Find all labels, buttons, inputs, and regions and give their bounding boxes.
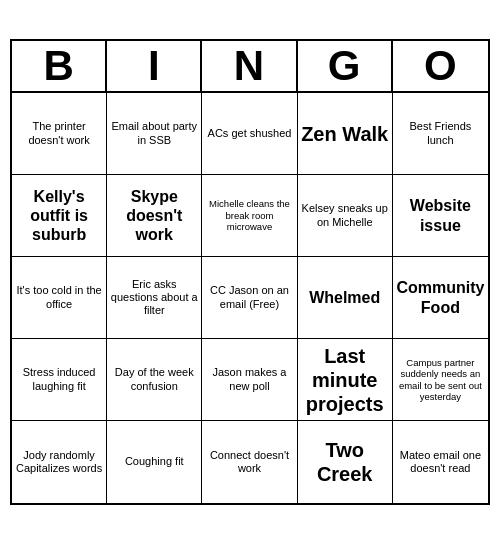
header-letter-G: G [298, 41, 393, 91]
bingo-cell-text-6: Skype doesn't work [110, 187, 198, 245]
bingo-cell-text-23: Two Creek [301, 438, 389, 486]
bingo-cell-text-22: Connect doesn't work [205, 449, 293, 475]
bingo-cell-3: Zen Walk [298, 93, 393, 175]
bingo-cell-7: Michelle cleans the break room microwave [202, 175, 297, 257]
bingo-cell-text-4: Best Friends lunch [396, 120, 485, 146]
bingo-cell-17: Jason makes a new poll [202, 339, 297, 421]
bingo-cell-text-13: Whelmed [309, 288, 380, 307]
bingo-cell-10: It's too cold in the office [12, 257, 107, 339]
bingo-cell-text-0: The printer doesn't work [15, 120, 103, 146]
bingo-cell-text-24: Mateo email one doesn't read [396, 449, 485, 475]
bingo-cell-text-3: Zen Walk [301, 122, 388, 146]
bingo-cell-5: Kelly's outfit is suburb [12, 175, 107, 257]
bingo-cell-text-16: Day of the week confusion [110, 366, 198, 392]
bingo-cell-14: Community Food [393, 257, 488, 339]
bingo-cell-11: Eric asks questions about a filter [107, 257, 202, 339]
bingo-grid: The printer doesn't workEmail about part… [12, 93, 488, 503]
bingo-cell-4: Best Friends lunch [393, 93, 488, 175]
bingo-cell-23: Two Creek [298, 421, 393, 503]
bingo-cell-18: Last minute projects [298, 339, 393, 421]
bingo-cell-text-10: It's too cold in the office [15, 284, 103, 310]
bingo-cell-21: Coughing fit [107, 421, 202, 503]
bingo-cell-13: Whelmed [298, 257, 393, 339]
bingo-cell-text-12: CC Jason on an email (Free) [205, 284, 293, 310]
bingo-cell-2: ACs get shushed [202, 93, 297, 175]
bingo-cell-text-20: Jody randomly Capitalizes words [15, 449, 103, 475]
bingo-card: BINGO The printer doesn't workEmail abou… [10, 39, 490, 505]
bingo-cell-20: Jody randomly Capitalizes words [12, 421, 107, 503]
bingo-cell-text-18: Last minute projects [301, 344, 389, 416]
bingo-cell-text-2: ACs get shushed [208, 127, 292, 140]
header-letter-B: B [12, 41, 107, 91]
bingo-cell-text-7: Michelle cleans the break room microwave [205, 198, 293, 232]
bingo-cell-22: Connect doesn't work [202, 421, 297, 503]
header-letter-N: N [202, 41, 297, 91]
bingo-cell-1: Email about party in SSB [107, 93, 202, 175]
header-letter-O: O [393, 41, 488, 91]
bingo-cell-24: Mateo email one doesn't read [393, 421, 488, 503]
bingo-cell-text-1: Email about party in SSB [110, 120, 198, 146]
bingo-cell-9: Website issue [393, 175, 488, 257]
bingo-cell-text-19: Campus partner suddenly needs an email t… [396, 357, 485, 403]
bingo-cell-text-14: Community Food [396, 278, 485, 316]
bingo-cell-0: The printer doesn't work [12, 93, 107, 175]
bingo-cell-6: Skype doesn't work [107, 175, 202, 257]
bingo-cell-text-5: Kelly's outfit is suburb [15, 187, 103, 245]
bingo-cell-8: Kelsey sneaks up on Michelle [298, 175, 393, 257]
bingo-cell-text-15: Stress induced laughing fit [15, 366, 103, 392]
bingo-cell-15: Stress induced laughing fit [12, 339, 107, 421]
bingo-cell-16: Day of the week confusion [107, 339, 202, 421]
bingo-cell-12: CC Jason on an email (Free) [202, 257, 297, 339]
bingo-cell-19: Campus partner suddenly needs an email t… [393, 339, 488, 421]
bingo-cell-text-8: Kelsey sneaks up on Michelle [301, 202, 389, 228]
bingo-cell-text-21: Coughing fit [125, 455, 184, 468]
bingo-cell-text-11: Eric asks questions about a filter [110, 278, 198, 318]
bingo-cell-text-9: Website issue [396, 196, 485, 234]
header-letter-I: I [107, 41, 202, 91]
bingo-cell-text-17: Jason makes a new poll [205, 366, 293, 392]
bingo-header: BINGO [12, 41, 488, 93]
